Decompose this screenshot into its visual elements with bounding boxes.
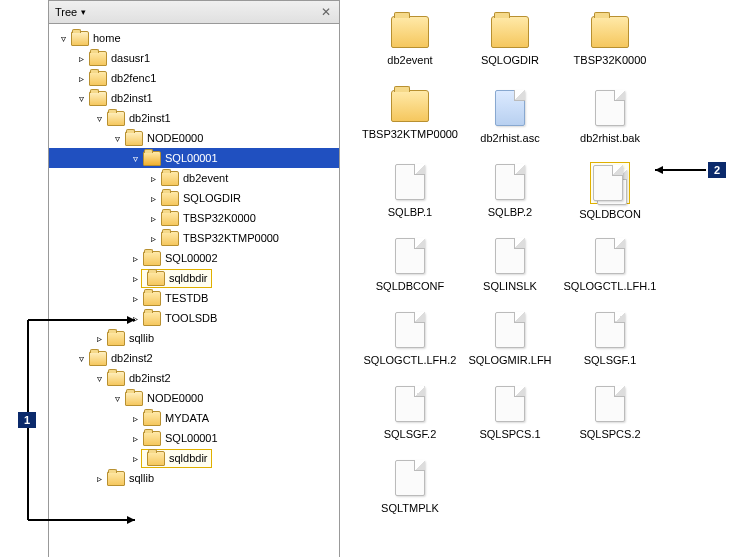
folder-icon [143,311,161,326]
tree-item-sql00001[interactable]: ▿SQL00001 [49,148,339,168]
callout-1: 1 [18,412,36,428]
expander-closed-icon[interactable]: ▹ [129,252,141,264]
file-item-label: SQLOGCTL.LFH.1 [564,280,657,292]
tree-item-mydata[interactable]: ▹MYDATA [129,408,339,428]
tree-item-label: NODE0000 [147,132,203,144]
folder-icon [89,71,107,86]
tree-item-sqllib[interactable]: ▹sqllib [93,328,339,348]
tree-item-db2inst2[interactable]: ▿db2inst2 [75,348,339,368]
file-item-tbsp32k0000[interactable]: TBSP32K0000 [560,10,660,84]
file-item-sqlspcs.1[interactable]: SQLSPCS.1 [460,380,560,454]
document-icon [495,312,525,348]
file-item-label: SQLOGDIR [481,54,539,66]
tree-item-label: sqldbdir [169,272,208,284]
file-item-sqlogctl.lfh.1[interactable]: SQLOGCTL.LFH.1 [560,232,660,306]
expander-open-icon[interactable]: ▿ [75,352,87,364]
expander-closed-icon[interactable]: ▹ [93,472,105,484]
file-item-sqlogdir[interactable]: SQLOGDIR [460,10,560,84]
tree-item-db2inst1[interactable]: ▿db2inst1 [75,88,339,108]
expander-open-icon[interactable]: ▿ [93,112,105,124]
tree-item-home[interactable]: ▿home [57,28,339,48]
folder-icon [391,16,429,48]
expander-open-icon[interactable]: ▿ [129,152,141,164]
file-item-sqltmplk[interactable]: SQLTMPLK [360,454,460,528]
tree-item-sql00002[interactable]: ▹SQL00002 [129,248,339,268]
folder-icon [107,111,125,126]
document-icon [395,386,425,422]
file-item-sqlogmir.lfh[interactable]: SQLOGMIR.LFH [460,306,560,380]
tree-item-sqldbdir[interactable]: ▹sqldbdir [129,268,339,288]
expander-closed-icon[interactable]: ▹ [129,452,141,464]
document-icon [495,90,525,126]
tree-item-label: sqllib [129,472,154,484]
expander-closed-icon[interactable]: ▹ [147,212,159,224]
file-item-tbsp32ktmp0000[interactable]: TBSP32KTMP0000 [360,84,460,158]
chevron-down-icon: ▾ [81,7,86,17]
expander-open-icon[interactable]: ▿ [111,132,123,144]
file-item-sqlbp.1[interactable]: SQLBP.1 [360,158,460,232]
tree-item-tbsp32ktmp0000[interactable]: ▹TBSP32KTMP0000 [147,228,339,248]
file-item-db2rhist.bak[interactable]: db2rhist.bak [560,84,660,158]
file-item-sqldbcon[interactable]: SQLDBCON [560,158,660,232]
file-item-sqlinslk[interactable]: SQLINSLK [460,232,560,306]
folder-icon [143,151,161,166]
file-item-db2event[interactable]: db2event [360,10,460,84]
tree-panel: Tree ▾ ✕ ▿home▹dasusr1▹db2fenc1▿db2inst1… [48,0,340,557]
expander-open-icon[interactable]: ▿ [93,372,105,384]
tree-item-label: SQL00001 [165,152,218,164]
file-item-sqlogctl.lfh.2[interactable]: SQLOGCTL.LFH.2 [360,306,460,380]
tree-body[interactable]: ▿home▹dasusr1▹db2fenc1▿db2inst1▿db2inst1… [49,24,339,557]
expander-closed-icon[interactable]: ▹ [147,232,159,244]
document-icon [395,238,425,274]
file-item-sqlsgf.2[interactable]: SQLSGF.2 [360,380,460,454]
expander-closed-icon[interactable]: ▹ [75,72,87,84]
callout-1-label: 1 [18,412,36,428]
tree-item-db2fenc1[interactable]: ▹db2fenc1 [75,68,339,88]
tree-item-sqldbdir[interactable]: ▹sqldbdir [129,448,339,468]
tree-item-sql00001[interactable]: ▹SQL00001 [129,428,339,448]
tree-item-label: TBSP32K0000 [183,212,256,224]
document-icon [395,460,425,496]
expander-closed-icon[interactable]: ▹ [147,172,159,184]
file-item-sqlbp.2[interactable]: SQLBP.2 [460,158,560,232]
tree-item-dasusr1[interactable]: ▹dasusr1 [75,48,339,68]
expander-closed-icon[interactable]: ▹ [129,432,141,444]
tree-item-tbsp32k0000[interactable]: ▹TBSP32K0000 [147,208,339,228]
expander-closed-icon[interactable]: ▹ [129,412,141,424]
tree-title[interactable]: Tree ▾ [55,6,86,18]
expander-closed-icon[interactable]: ▹ [93,332,105,344]
tree-item-sqllib[interactable]: ▹sqllib [93,468,339,488]
folder-icon [125,391,143,406]
file-item-sqlsgf.1[interactable]: SQLSGF.1 [560,306,660,380]
tree-item-node0000[interactable]: ▿NODE0000 [111,388,339,408]
file-item-db2rhist.asc[interactable]: db2rhist.asc [460,84,560,158]
tree-item-toolsdb[interactable]: ▹TOOLSDB [129,308,339,328]
file-item-label: SQLSGF.1 [584,354,637,366]
expander-open-icon[interactable]: ▿ [75,92,87,104]
tree-item-label: db2inst1 [111,92,153,104]
expander-closed-icon[interactable]: ▹ [129,312,141,324]
expander-closed-icon[interactable]: ▹ [147,192,159,204]
tree-item-testdb[interactable]: ▹TESTDB [129,288,339,308]
folder-icon [491,16,529,48]
tree-item-label: db2inst2 [129,372,171,384]
tree-item-sqlogdir[interactable]: ▹SQLOGDIR [147,188,339,208]
file-item-label: TBSP32KTMP0000 [362,128,458,140]
expander-closed-icon[interactable]: ▹ [75,52,87,64]
expander-open-icon[interactable]: ▿ [57,32,69,44]
tree-item-db2inst1[interactable]: ▿db2inst1 [93,108,339,128]
folder-icon [107,471,125,486]
file-item-sqldbconf[interactable]: SQLDBCONF [360,232,460,306]
folder-icon [161,231,179,246]
folder-icon [161,191,179,206]
tree-item-node0000[interactable]: ▿NODE0000 [111,128,339,148]
expander-closed-icon[interactable]: ▹ [129,292,141,304]
tree-item-db2event[interactable]: ▹db2event [147,168,339,188]
expander-open-icon[interactable]: ▿ [111,392,123,404]
tree-item-db2inst2[interactable]: ▿db2inst2 [93,368,339,388]
file-item-label: SQLDBCONF [376,280,444,292]
expander-closed-icon[interactable]: ▹ [129,272,141,284]
file-item-sqlspcs.2[interactable]: SQLSPCS.2 [560,380,660,454]
close-icon[interactable]: ✕ [319,5,333,19]
folder-icon [125,131,143,146]
